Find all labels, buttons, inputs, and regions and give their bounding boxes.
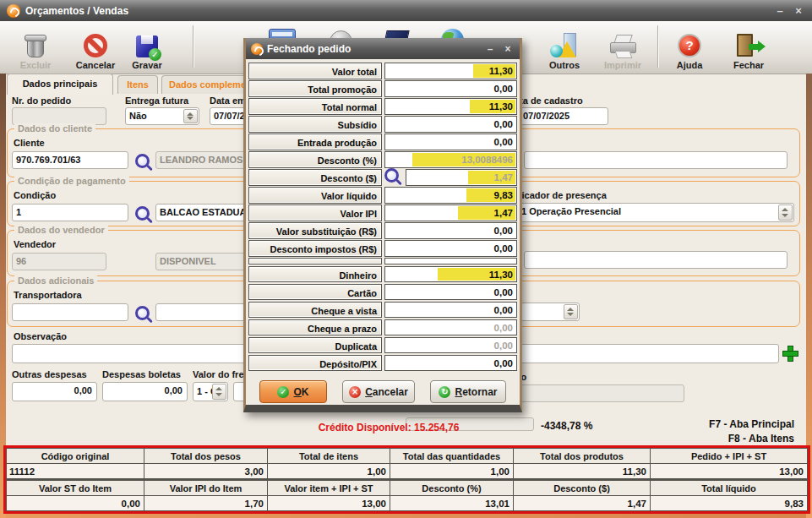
search-icon[interactable] (135, 306, 150, 320)
fechar-button[interactable]: Fechar (722, 24, 776, 70)
cliente-label: Cliente (14, 138, 45, 148)
cliente-codigo-field[interactable]: 970.769.701/63 (12, 151, 128, 169)
fechando-pedido-dialog: Fechando pedido – × Valor total11,30Tota… (243, 38, 522, 412)
vendedor-codigo-field: 96 (12, 253, 106, 270)
dialog-value-field[interactable]: 0,00 (384, 222, 517, 239)
dialog-row: Valor líquido9,83 (248, 187, 517, 204)
adicionais-spinner-field[interactable] (520, 303, 580, 321)
imprimir-button: Imprimir (596, 24, 650, 70)
tab-dados-principais[interactable]: Dados principais (7, 74, 113, 95)
despesas-boletas-field[interactable]: 0,00 (102, 382, 188, 401)
dialog-row-label: Valor substituição (R$) (248, 222, 382, 239)
data-cadastro-field[interactable]: 07/07/2025 (519, 107, 608, 125)
condicao-codigo-field[interactable]: 1 (12, 204, 128, 221)
tab-itens[interactable]: Itens (117, 75, 158, 94)
dialog-row-label: Subsídio (248, 116, 382, 133)
gravar-button[interactable]: ✓ Gravar (120, 24, 174, 70)
summary-value-cell: 13,00 (651, 464, 808, 479)
dialog-row: Cheque a vista0,00 (248, 302, 517, 319)
dialog-row-label: Duplicata (248, 337, 382, 354)
spinner-icon[interactable] (183, 109, 198, 123)
transportadora-codigo-field[interactable] (12, 303, 128, 321)
summary-header-cell: Desconto (%) (390, 479, 514, 496)
dialog-minimize-button[interactable]: – (483, 43, 497, 55)
dialog-close-button[interactable]: × (501, 43, 515, 55)
cancel-icon (84, 34, 107, 57)
app-logo-icon (251, 43, 263, 55)
ok-button[interactable]: ✓ OK (259, 380, 327, 403)
add-plus-icon[interactable] (783, 346, 798, 361)
indicador-presenca-field[interactable]: 1 Operação Presencial (517, 203, 794, 222)
ajuda-button[interactable]: ? Ajuda (662, 24, 717, 70)
percent-text: -4348,78 % (541, 420, 592, 432)
summary-header-cell: Desconto ($) (514, 479, 651, 496)
return-arrow-icon: ↻ (439, 386, 450, 398)
dialog-value-field[interactable]: 0,00 (384, 319, 517, 336)
summary-table: Código originalTotal dos pesosTotal de i… (6, 448, 808, 511)
dialog-value-field[interactable]: 0,00 (384, 284, 517, 301)
ok-check-icon: ✓ (277, 386, 289, 398)
dialog-value-field[interactable]: 11,30 (384, 266, 517, 283)
window-minimize-button[interactable]: – (773, 4, 787, 17)
toolbar-separator (193, 25, 193, 68)
dialog-value-field[interactable]: 0,00 (384, 240, 517, 257)
dialog-titlebar: Fechando pedido – × (246, 38, 520, 59)
cancel-button[interactable]: × Cancelar (342, 380, 415, 403)
outras-despesas-label: Outras despesas (12, 369, 87, 379)
observacao-label: Observação (14, 331, 67, 341)
window-title: Orçamentos / Vendas (25, 5, 768, 17)
condicao-label: Condição (14, 190, 56, 200)
search-icon[interactable] (135, 154, 150, 168)
dialog-row: Entrada produção0,00 (248, 134, 517, 150)
summary-value-cell: 3,00 (144, 464, 268, 479)
summary-header-cell: Total das quantidades (390, 449, 514, 464)
orcamentos-vendas-window: Orçamentos / Vendas – × Excluir Cancelar… (0, 0, 812, 518)
dialog-row-label: Cheque a vista (248, 302, 382, 319)
dialog-value-field[interactable]: 0,00 (384, 116, 517, 133)
spinner-icon[interactable] (212, 384, 226, 400)
dialog-row-label: Entrada produção (248, 134, 382, 150)
valor-frete-field[interactable]: 1 - C (193, 382, 228, 401)
search-icon[interactable] (384, 169, 403, 186)
dialog-value-field[interactable]: 1,47 (384, 204, 517, 221)
dialog-row-label: Valor IPI (248, 204, 382, 221)
spinner-icon[interactable] (564, 304, 578, 319)
dialog-row-label: Cartão (248, 284, 382, 301)
search-icon[interactable] (135, 206, 150, 221)
cancelar-button[interactable]: Cancelar (68, 24, 123, 70)
dialog-buttons: ✓ OK × Cancelar ↻ Retornar (259, 380, 506, 403)
vendedor-extra-field[interactable] (524, 251, 787, 269)
dialog-value-field[interactable]: 11,30 (384, 98, 517, 115)
dialog-value-field[interactable]: 9,83 (384, 187, 517, 204)
return-button[interactable]: ↻ Retornar (430, 380, 506, 403)
dialog-value-field[interactable]: 0,00 (384, 80, 517, 97)
spinner-icon[interactable] (778, 204, 793, 221)
dialog-row: Depósito/PIX0,00 (248, 355, 517, 372)
nr-pedido-field (12, 107, 106, 125)
f7-hint-text: F7 - Aba Principal (651, 418, 794, 430)
summary-header-cell: Total líquido (651, 479, 808, 496)
printer-icon (610, 35, 635, 57)
dialog-value-field[interactable]: 0,00 (384, 355, 517, 372)
despesas-boletas-label: Despesas boletas (102, 369, 181, 379)
dialog-row-label: Valor líquido (248, 187, 382, 204)
summary-header-cell: Valor IPI do Item (144, 479, 268, 496)
dialog-row: Total promoção0,00 (248, 80, 517, 97)
dialog-row: Valor IPI1,47 (248, 204, 517, 221)
cliente-extra-field[interactable] (524, 151, 787, 169)
dialog-value-field[interactable]: 11,30 (384, 63, 517, 79)
dialog-row: Duplicata0,00 (248, 337, 517, 354)
entrega-futura-field[interactable]: Não (125, 107, 199, 125)
dialog-value-field[interactable]: 0,00 (384, 337, 517, 354)
dialog-value-field[interactable]: 0,00 (384, 134, 517, 150)
summary-value-cell: 1,00 (268, 464, 390, 479)
outras-despesas-field[interactable]: 0,00 (12, 382, 97, 401)
dialog-separator-row (248, 258, 517, 264)
window-close-button[interactable]: × (792, 4, 805, 17)
outros-button[interactable]: Outros (537, 24, 591, 70)
dialog-value-field[interactable]: 1,47 (406, 169, 517, 186)
separator-cell (248, 258, 382, 264)
dialog-value-field[interactable]: 13,0088496 (384, 151, 517, 168)
dialog-value-field[interactable]: 0,00 (384, 302, 517, 319)
summary-value-cell: 1,47 (514, 496, 651, 511)
